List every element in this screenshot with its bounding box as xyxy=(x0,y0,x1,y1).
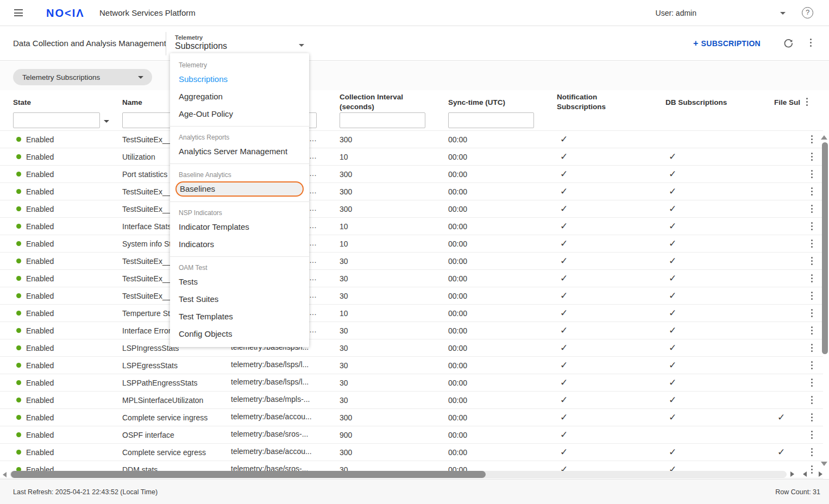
row-kebab-menu[interactable] xyxy=(811,205,813,213)
view-pill-dropdown[interactable]: Telemetry Subscriptions xyxy=(13,69,152,85)
row-kebab-menu[interactable] xyxy=(811,309,813,317)
scroll-left-arrow-icon[interactable] xyxy=(3,472,7,477)
sync-time-cell: 00:00 xyxy=(448,170,557,179)
notification-subscription-check-icon: ✓ xyxy=(557,152,568,162)
menu-section: Baseline AnalyticsBaselines xyxy=(170,163,309,201)
scroll-down-arrow-icon[interactable] xyxy=(821,462,827,466)
horizontal-scrollbar-thumb[interactable] xyxy=(11,471,486,478)
row-kebab-menu[interactable] xyxy=(811,222,813,230)
enabled-status-icon xyxy=(16,311,21,316)
row-actions-cell xyxy=(807,240,823,248)
menu-item-config-objects[interactable]: Config Objects xyxy=(170,325,309,343)
table-row[interactable]: EnabledInterface Errors…3000:00✓✓ xyxy=(0,322,823,339)
table-row[interactable]: EnabledTestSuiteEx__…30000:00✓✓ xyxy=(0,200,823,218)
help-icon[interactable]: ? xyxy=(802,7,813,18)
state-cell: Enabled xyxy=(0,274,122,283)
row-kebab-menu[interactable] xyxy=(811,135,813,143)
scroll-up-arrow-icon[interactable] xyxy=(821,135,827,140)
db-cell: ✓ xyxy=(665,307,774,319)
table-row[interactable]: EnabledMPLSinterfaceUtilizatontelemetry:… xyxy=(0,392,823,409)
row-kebab-menu[interactable] xyxy=(811,361,813,369)
row-kebab-menu[interactable] xyxy=(811,326,813,335)
table-row[interactable]: EnabledLSPIngressStatstelemetry:/base/ls… xyxy=(0,339,823,357)
view-selector[interactable]: Telemetry Subscriptions xyxy=(175,34,310,51)
page-title: Data Collection and Analysis Management xyxy=(13,39,166,48)
add-subscription-button[interactable]: +SUBSCRIPTION xyxy=(693,39,761,48)
table-row[interactable]: EnabledTestSuiteEx__…30000:00✓ xyxy=(0,131,823,148)
row-kebab-menu[interactable] xyxy=(811,292,813,300)
row-kebab-menu[interactable] xyxy=(811,257,813,265)
enabled-status-icon xyxy=(16,450,21,455)
column-header-db-subscriptions[interactable]: DB Subscriptions xyxy=(665,98,727,108)
column-header-file-subscriptions[interactable]: File Sul xyxy=(774,98,802,108)
table-row[interactable]: EnabledSystem info Stats…1000:00✓✓ xyxy=(0,235,823,253)
notification-cell: ✓ xyxy=(557,394,665,406)
table-row[interactable]: EnabledTestSuiteEx__…3000:00✓✓ xyxy=(0,287,823,305)
table-row[interactable]: EnabledTestSuiteEx__…3000:00✓✓ xyxy=(0,253,823,270)
db-subscription-check-icon: ✓ xyxy=(665,412,676,423)
row-kebab-menu[interactable] xyxy=(811,413,813,421)
row-kebab-menu[interactable] xyxy=(811,153,813,161)
column-header-sync-time[interactable]: Sync-time (UTC) xyxy=(448,98,505,108)
db-cell: ✓ xyxy=(665,203,774,215)
menu-item-subscriptions[interactable]: Subscriptions xyxy=(170,71,309,88)
collection-interval-filter-input[interactable] xyxy=(340,112,425,128)
table-row[interactable]: EnabledLSPPathEngressStatstelemetry:/bas… xyxy=(0,374,823,392)
column-header-notification-subscriptions[interactable]: Notification Subscriptions xyxy=(557,92,627,112)
scroll-right-arrow-icon[interactable] xyxy=(790,471,794,477)
row-kebab-menu[interactable] xyxy=(811,274,813,282)
enabled-status-icon xyxy=(16,189,21,194)
state-filter-dropdown[interactable] xyxy=(13,112,100,128)
menu-item-analytics-server-management[interactable]: Analytics Server Management xyxy=(170,143,309,160)
row-kebab-menu[interactable] xyxy=(811,170,813,178)
table-row[interactable]: EnabledPort statistics…30000:00✓✓ xyxy=(0,166,823,183)
page-right-arrow-icon[interactable] xyxy=(819,471,822,477)
notification-subscription-check-icon: ✓ xyxy=(557,204,568,214)
menu-item-indicators[interactable]: Indicators xyxy=(170,236,309,253)
row-kebab-menu[interactable] xyxy=(811,448,813,456)
table-row[interactable]: EnabledTestSuiteEx__…3000:00✓✓ xyxy=(0,270,823,287)
table-row[interactable]: EnabledComplete service egresstelemetry:… xyxy=(0,444,823,461)
db-subscription-check-icon: ✓ xyxy=(665,343,676,353)
table-row[interactable]: EnabledOSPF interfacetelemetry:/base/sro… xyxy=(0,426,823,444)
vertical-scrollbar-thumb[interactable] xyxy=(822,142,828,354)
row-kebab-menu[interactable] xyxy=(811,344,813,352)
row-kebab-menu[interactable] xyxy=(811,396,813,404)
hamburger-menu-icon[interactable] xyxy=(14,9,23,16)
table-row[interactable]: EnabledInterface Stats…1000:00✓✓ xyxy=(0,218,823,235)
row-kebab-menu[interactable] xyxy=(811,431,813,439)
menu-item-indicator-templates[interactable]: Indicator Templates xyxy=(170,218,309,236)
menu-item-tests[interactable]: Tests xyxy=(170,273,309,291)
page-left-arrow-icon[interactable] xyxy=(803,471,807,477)
enabled-status-icon xyxy=(16,415,21,420)
table-row[interactable]: EnabledLSPEgressStatstelemetry:/base/lsp… xyxy=(0,357,823,374)
row-kebab-menu[interactable] xyxy=(811,379,813,387)
enabled-status-icon xyxy=(16,380,21,385)
row-kebab-menu[interactable] xyxy=(811,240,813,248)
menu-item-baselines[interactable]: Baselines xyxy=(175,181,304,197)
column-header-collection-interval[interactable]: Collection Interval (seconds) xyxy=(340,92,410,112)
menu-section-header: NSP Indicators xyxy=(170,205,309,218)
column-settings-kebab[interactable] xyxy=(806,98,808,106)
notification-subscription-check-icon: ✓ xyxy=(557,238,568,249)
sync-time-filter-input[interactable] xyxy=(448,112,534,128)
collection-interval-cell: 30 xyxy=(340,292,448,300)
column-header-name[interactable]: Name xyxy=(122,98,142,108)
notification-subscription-check-icon: ✓ xyxy=(557,377,568,388)
table-row[interactable]: EnabledTemperture Stats…1000:00✓✓ xyxy=(0,305,823,322)
column-header-state[interactable]: State xyxy=(13,98,31,108)
row-kebab-menu[interactable] xyxy=(811,465,813,474)
menu-item-test-templates[interactable]: Test Templates xyxy=(170,308,309,325)
table-row[interactable]: EnabledUtilization…1000:00✓✓ xyxy=(0,148,823,166)
user-menu-caret-icon[interactable] xyxy=(780,12,786,15)
notification-cell: ✓ xyxy=(557,203,665,215)
menu-item-test-suites[interactable]: Test Suites xyxy=(170,291,309,308)
menu-item-aggregation[interactable]: Aggregation xyxy=(170,88,309,105)
name-cell: Complete service ingress xyxy=(122,413,231,422)
toolbar-kebab-menu[interactable] xyxy=(810,39,812,47)
table-row[interactable]: EnabledComplete service ingresstelemetry… xyxy=(0,409,823,426)
table-row[interactable]: EnabledTestSuiteEx__…30000:00✓✓ xyxy=(0,183,823,200)
menu-item-age-out-policy[interactable]: Age-Out Policy xyxy=(170,105,309,123)
refresh-icon[interactable] xyxy=(783,38,794,49)
row-kebab-menu[interactable] xyxy=(811,187,813,196)
